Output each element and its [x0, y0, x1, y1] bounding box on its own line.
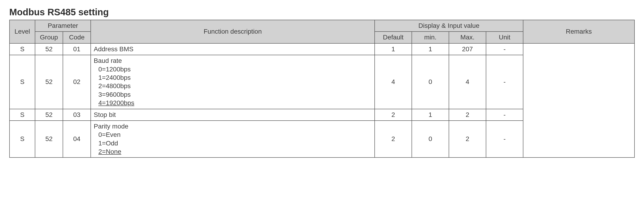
function-option: 1=Odd — [98, 139, 372, 148]
col-header-function: Function description — [91, 20, 375, 43]
cell-function: Address BMS — [91, 43, 375, 55]
cell-level: S — [10, 109, 35, 120]
function-title: Parity mode — [94, 122, 372, 130]
cell-group: 52 — [35, 55, 63, 109]
function-title: Baud rate — [94, 56, 372, 65]
cell-max: 4 — [449, 55, 486, 109]
cell-group: 52 — [35, 43, 63, 55]
function-option: 0=1200bps — [98, 65, 372, 74]
cell-min: 1 — [412, 43, 449, 55]
cell-unit: - — [486, 55, 523, 109]
function-option: 3=9600bps — [98, 90, 372, 99]
cell-default: 4 — [375, 55, 412, 109]
cell-code: 03 — [63, 109, 91, 120]
col-header-min: min. — [412, 32, 449, 43]
function-title: Stop bit — [94, 111, 372, 119]
cell-max: 207 — [449, 43, 486, 55]
col-header-group: Group — [35, 32, 63, 43]
cell-default: 2 — [375, 109, 412, 120]
col-header-max: Max. — [449, 32, 486, 43]
cell-group: 52 — [35, 120, 63, 158]
function-option: 4=19200bps — [98, 99, 372, 107]
cell-function: Parity mode0=Even1=Odd2=None — [91, 120, 375, 158]
cell-level: S — [10, 43, 35, 55]
col-header-parameter: Parameter — [35, 20, 91, 32]
function-option: 1=2400bps — [98, 74, 372, 82]
cell-min: 1 — [412, 109, 449, 120]
cell-unit: - — [486, 109, 523, 120]
cell-function: Stop bit — [91, 109, 375, 120]
cell-unit: - — [486, 120, 523, 158]
col-header-unit: Unit — [486, 32, 523, 43]
cell-default: 2 — [375, 120, 412, 158]
cell-remarks — [523, 43, 634, 158]
cell-group: 52 — [35, 109, 63, 120]
cell-default: 1 — [375, 43, 412, 55]
col-header-level: Level — [10, 20, 35, 43]
cell-code: 04 — [63, 120, 91, 158]
function-option: 0=Even — [98, 130, 372, 139]
cell-max: 2 — [449, 109, 486, 120]
function-options: 0=Even1=Odd2=None — [94, 130, 372, 156]
cell-code: 02 — [63, 55, 91, 109]
cell-min: 0 — [412, 55, 449, 109]
cell-function: Baud rate0=1200bps1=2400bps2=4800bps3=96… — [91, 55, 375, 109]
cell-unit: - — [486, 43, 523, 55]
cell-level: S — [10, 120, 35, 158]
section-title: Modbus RS485 setting — [9, 7, 635, 18]
cell-code: 01 — [63, 43, 91, 55]
function-options: 0=1200bps1=2400bps2=4800bps3=9600bps4=19… — [94, 65, 372, 108]
cell-level: S — [10, 55, 35, 109]
function-option: 2=4800bps — [98, 82, 372, 90]
col-header-code: Code — [63, 32, 91, 43]
cell-min: 0 — [412, 120, 449, 158]
function-title: Address BMS — [94, 45, 372, 53]
col-header-remarks: Remarks — [523, 20, 634, 43]
col-header-display-input: Display & Input value — [375, 20, 523, 32]
col-header-default: Default — [375, 32, 412, 43]
function-option: 2=None — [98, 148, 372, 156]
cell-max: 2 — [449, 120, 486, 158]
settings-table: Level Parameter Function description Dis… — [9, 20, 635, 158]
table-row: S5201Address BMS11207- — [10, 43, 634, 55]
